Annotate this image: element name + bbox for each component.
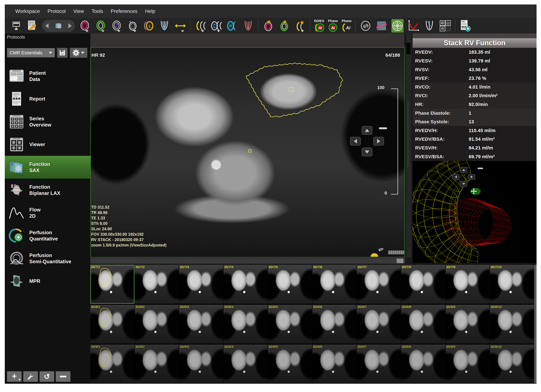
viewer-horizontal-scrollbar[interactable] bbox=[90, 258, 405, 264]
sidebar-item-patient-data[interactable]: PatientData bbox=[5, 65, 90, 88]
dropdown-caret-icon[interactable] bbox=[181, 30, 184, 32]
rv-outline-button[interactable] bbox=[242, 19, 254, 32]
mesh-rotate-down-button[interactable] bbox=[460, 181, 467, 187]
layouts-button[interactable] bbox=[10, 19, 22, 32]
slice-cut-button[interactable] bbox=[375, 19, 388, 32]
protocol-select[interactable]: CMR Essentials bbox=[7, 48, 55, 57]
thumbnail-35-9-1[interactable]: 35/9/1 bbox=[90, 345, 135, 383]
thumbnail-35-9-9[interactable]: 35/9/9 bbox=[446, 345, 490, 383]
add-step-button[interactable]: + bbox=[7, 371, 22, 382]
mri-image[interactable]: HR 92 64/188 100 0 TD 311.52TR 48.96TE 1… bbox=[91, 48, 405, 257]
copy-contours-points-button[interactable] bbox=[210, 19, 222, 32]
auto-contour-green-button[interactable]: ★ bbox=[278, 19, 290, 32]
add-contour-button[interactable] bbox=[126, 19, 139, 32]
volume-curve-button[interactable] bbox=[407, 19, 419, 32]
contour-points-button[interactable] bbox=[110, 19, 123, 32]
thumbnail-35-7-6[interactable]: 35/7/6 bbox=[312, 265, 357, 304]
thumbnail-35-8-1[interactable]: 35/8/1 bbox=[90, 305, 135, 344]
thumbnail-35-7-5[interactable]: 35/7/5 bbox=[268, 265, 312, 304]
menu-item-workspace[interactable]: Workspace bbox=[11, 6, 44, 16]
thumbnail-35-7-10[interactable]: 35/7/10 bbox=[490, 265, 534, 304]
mesh-3d-view[interactable] bbox=[413, 161, 536, 263]
distance-measure-button[interactable] bbox=[174, 19, 186, 32]
dropdown-caret-icon[interactable] bbox=[85, 30, 88, 32]
mesh-rotate-right-button[interactable] bbox=[468, 174, 475, 180]
sidebar-item-perfusion-semi-quantitative[interactable]: PerfusionSemi-Quantitative bbox=[5, 247, 90, 270]
thumbnail-35-9-5[interactable]: 35/9/5 bbox=[268, 345, 312, 383]
thumbnail-35-8-3[interactable]: 35/8/3 bbox=[179, 305, 223, 344]
pan-right-button[interactable] bbox=[373, 137, 384, 146]
thumbnail-35-8-6[interactable]: 35/8/6 bbox=[312, 305, 357, 344]
thumbnail-35-7-7[interactable]: 35/7/7 bbox=[357, 265, 401, 304]
thumbnail-35-7-2[interactable]: 35/7/2 bbox=[135, 265, 179, 304]
reset-step-button[interactable]: ↻ bbox=[40, 371, 54, 382]
thumbnail-35-7-8[interactable]: 35/7/8 bbox=[401, 265, 445, 304]
auto-contour-red-button[interactable]: ★ bbox=[262, 19, 274, 32]
thumbnail-35-9-8[interactable]: 35/9/8 bbox=[401, 345, 445, 383]
menu-item-help[interactable]: Help bbox=[141, 6, 159, 16]
rv-insertion-button[interactable] bbox=[158, 19, 171, 32]
endo-contour-red-button[interactable] bbox=[79, 19, 91, 32]
thumbnail-35-8-4[interactable]: 35/8/4 bbox=[224, 305, 268, 344]
protocol-settings-button[interactable] bbox=[70, 48, 87, 58]
mesh-pan-button[interactable] bbox=[470, 188, 481, 195]
save-protocol-button[interactable] bbox=[57, 48, 68, 58]
thumbnail-35-9-2[interactable]: 35/9/2 bbox=[135, 345, 179, 383]
dropdown-caret-icon[interactable] bbox=[133, 30, 136, 32]
thumbnail-35-9-4[interactable]: 35/9/4 bbox=[224, 345, 268, 383]
menu-item-tools[interactable]: Tools bbox=[88, 6, 107, 16]
sidebar-item-perfusion-quantitative[interactable]: PerfusionQuantitative bbox=[5, 224, 90, 247]
viewer-vertical-scrollbar[interactable] bbox=[406, 33, 411, 257]
menu-item-protocol[interactable]: Protocol bbox=[44, 6, 70, 16]
mesh-zoom-out-button[interactable] bbox=[478, 168, 483, 169]
thumbnail-35-9-10[interactable]: 35/9/10 bbox=[490, 345, 534, 383]
sidebar-item-series-overview[interactable]: SeriesOverview bbox=[5, 110, 90, 133]
sidebar-item-viewer[interactable]: Viewer bbox=[5, 133, 90, 156]
thumbnail-35-8-8[interactable]: 35/8/8 bbox=[401, 305, 445, 344]
thumbnail-35-7-3[interactable]: 35/7/3 bbox=[179, 265, 223, 304]
mesh-rotate-left-button[interactable] bbox=[452, 174, 459, 180]
scrollbar-thumb[interactable] bbox=[406, 43, 411, 54]
protocol-prev-icon[interactable] bbox=[45, 23, 49, 28]
pan-left-button[interactable] bbox=[350, 137, 361, 146]
local-lv-button[interactable]: L bbox=[142, 19, 155, 32]
dropdown-caret-icon[interactable] bbox=[101, 30, 104, 32]
thumbnail-35-7-1[interactable]: 35/7/1 bbox=[90, 265, 135, 304]
pan-up-button[interactable] bbox=[362, 126, 372, 135]
dropdown-caret-icon[interactable] bbox=[201, 30, 204, 32]
ai-phase-green-button[interactable]: Phase Ai bbox=[328, 19, 338, 32]
auto-contour-yellow-button[interactable]: ★ bbox=[294, 19, 306, 32]
add-to-report-button[interactable] bbox=[459, 19, 471, 32]
display-settings-button[interactable]: 69 bbox=[359, 19, 372, 32]
thumbnail-35-8-10[interactable]: 35/8/10 bbox=[490, 305, 534, 344]
ai-ed-es-button[interactable]: ED/ES Ai bbox=[314, 19, 324, 32]
thumbnail-35-9-6[interactable]: 35/9/6 bbox=[312, 345, 357, 383]
dropdown-caret-icon[interactable] bbox=[217, 30, 220, 32]
menu-item-preferences[interactable]: Preferences bbox=[107, 6, 141, 16]
main-viewport[interactable]: HR 92 64/188 100 0 TD 311.52TR 48.96TE 1… bbox=[90, 47, 405, 257]
stack-function-button[interactable] bbox=[391, 19, 404, 32]
thumbnail-35-7-9[interactable]: 35/7/9 bbox=[446, 265, 490, 304]
mesh-rotate-up-button[interactable] bbox=[460, 167, 467, 173]
menu-item-view[interactable]: View bbox=[69, 6, 88, 16]
rv-analysis-button[interactable] bbox=[423, 19, 435, 32]
thumbnail-35-8-9[interactable]: 35/8/9 bbox=[446, 305, 490, 344]
thumbnail-35-9-7[interactable]: 35/9/7 bbox=[357, 345, 401, 383]
pan-down-button[interactable] bbox=[362, 148, 372, 156]
edit-step-button[interactable] bbox=[23, 371, 38, 382]
protocol-next-icon[interactable] bbox=[68, 23, 72, 28]
sidebar-item-report[interactable]: Report bbox=[5, 88, 90, 110]
scrollbar-handle[interactable] bbox=[397, 259, 403, 263]
thumbnail-35-7-4[interactable]: 35/7/4 bbox=[224, 265, 268, 304]
thumbnail-35-8-7[interactable]: 35/8/7 bbox=[357, 305, 401, 344]
ai-phase-yellow-button[interactable]: Phase Ai bbox=[342, 19, 352, 32]
patient-browser-button[interactable] bbox=[26, 19, 38, 32]
sidebar-item-flow-2d[interactable]: Flow2D bbox=[5, 201, 90, 224]
sidebar-item-mpr[interactable]: MPR bbox=[5, 270, 90, 293]
sidebar-item-function-biplanar-lax[interactable]: FunctionBiplanar LAX bbox=[5, 179, 90, 201]
remove-step-button[interactable] bbox=[56, 371, 70, 382]
layout-2x2-button[interactable] bbox=[439, 19, 451, 32]
dropdown-caret-icon[interactable] bbox=[117, 30, 120, 32]
sidebar-item-function-sax[interactable]: FunctionSAX bbox=[5, 156, 90, 179]
thumbnail-35-8-5[interactable]: 35/8/5 bbox=[268, 305, 312, 344]
